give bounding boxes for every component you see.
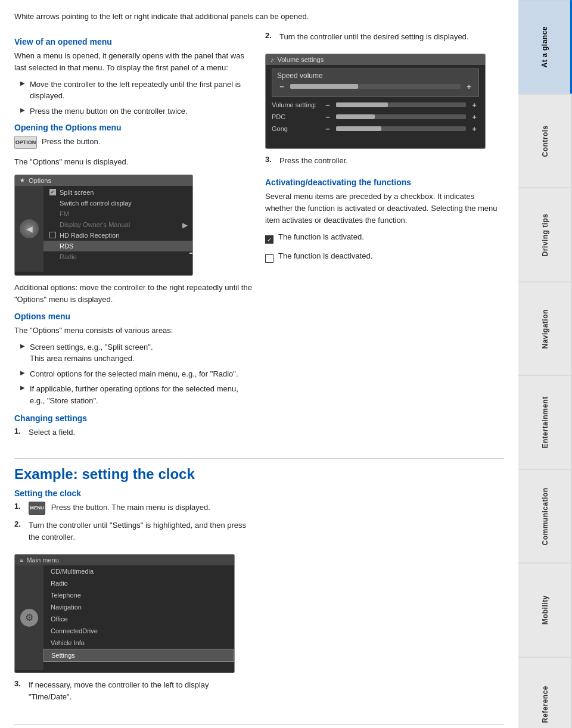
rds-pointer xyxy=(189,253,193,254)
bullet-text-1: Move the controller to the left repeated… xyxy=(30,79,253,102)
options-displayed-text: The "Options" menu is displayed. xyxy=(14,156,253,168)
right-step-2-label: 2. xyxy=(265,31,276,48)
deactivated-line: The function is deactivated. xyxy=(265,250,504,267)
unchecked-checkbox-icon xyxy=(265,254,273,263)
main-menu-title-text: Main menu xyxy=(26,556,58,564)
sub-bullet-2: ▶ Control options for the selected main … xyxy=(20,368,253,380)
options-screen-left-control: ◀ xyxy=(15,186,43,272)
menu-label-radio: Radio xyxy=(60,253,77,260)
bullet-item-1: ▶ Move the controller to the left repeat… xyxy=(20,79,253,102)
sub-bullet-arrow-1: ▶ xyxy=(20,343,25,349)
pdc-plus-icon: + xyxy=(470,113,479,122)
speed-volume-bar-row: − + xyxy=(277,82,474,91)
volume-screen-mockup: ♪ Volume settings Speed volume − + xyxy=(265,54,486,149)
volume-screen-titlebar: ♪ Volume settings xyxy=(266,54,485,65)
sidebar-tab-driving-tips[interactable]: Driving tips xyxy=(518,188,572,282)
example-step-1-label: 1. xyxy=(14,502,25,515)
menu-button-icon: MENU xyxy=(29,502,45,515)
menu-label-rds: RDS xyxy=(60,242,73,250)
options-sub-heading: Options menu xyxy=(14,312,253,321)
sidebar-tab-reference[interactable]: Reference xyxy=(518,657,572,728)
sidebar-tab-mobility[interactable]: Mobility xyxy=(518,563,572,657)
step-1-label: 1. xyxy=(14,427,25,443)
option-button-icon: OPTION xyxy=(14,136,37,149)
main-menu-items: CD/Multimedia Radio Telephone Navigation… xyxy=(43,565,234,670)
sidebar-tab-entertainment[interactable]: Entertainment xyxy=(518,375,572,469)
options-menu-heading: Opening the Options menu xyxy=(14,123,253,132)
section-opened-menu: View of an opened menu When a menu is op… xyxy=(14,37,253,117)
example-two-col: 1. MENU Press the button. The main menu … xyxy=(14,502,504,713)
menu-label-fm: FM xyxy=(60,210,69,217)
pdc-label: PDC xyxy=(272,113,319,120)
volume-setting-label: Volume setting: xyxy=(272,101,319,108)
example-step-1-content: MENU Press the button. The main menu is … xyxy=(29,502,210,515)
right-step-2-text: Turn the controller until the desired se… xyxy=(279,31,468,43)
vol-setting-bar xyxy=(336,102,466,107)
speed-volume-label: Speed volume xyxy=(277,71,474,80)
sidebar-tab-navigation[interactable]: Navigation xyxy=(518,282,572,376)
menu-item-vehicle: Vehicle Info xyxy=(43,637,234,649)
sidebar-tabs: At a glance Controls Driving tips Naviga… xyxy=(518,0,572,728)
options-menu-list: ✓ Split screen Switch off control displa… xyxy=(43,186,192,272)
joystick-control: ◀ xyxy=(20,219,39,238)
bullet-text-2: Press the menu button on the controller … xyxy=(30,105,187,117)
example-step-2: 2. Turn the controller until "Settings" … xyxy=(14,519,253,548)
menu-item-display-owner: Display Owner's Manual xyxy=(43,219,192,230)
activated-line: ✓ The function is activated. xyxy=(265,231,504,248)
section-options-menu: Opening the Options menu OPTION Press th… xyxy=(14,123,253,443)
right-step-3-text: Press the controller. xyxy=(279,155,348,167)
menu-item-hd-radio: HD Radio Reception xyxy=(43,230,192,241)
right-step-3-label: 3. xyxy=(265,155,276,172)
options-screen-title: Options xyxy=(29,177,51,184)
menu-item-radio: Radio xyxy=(43,251,192,262)
options-screen-mockup: ★ Options ◀ ✓ Split xyxy=(14,175,193,276)
left-column: View of an opened menu When a menu is op… xyxy=(14,31,253,449)
sub-bullet-text-3: If applicable, further operating options… xyxy=(30,383,253,406)
right-step-3: 3. Press the controller. xyxy=(265,155,504,172)
pdc-row: PDC − + xyxy=(272,113,479,122)
example-step-3-label: 3. xyxy=(14,679,25,708)
right-step-2: 2. Turn the controller until the desired… xyxy=(265,31,504,48)
deactivated-text: The function is deactivated. xyxy=(278,250,372,262)
menu-label-split-screen: Split screen xyxy=(60,189,94,196)
gear-icon: ⚙ xyxy=(20,609,38,627)
right-column: 2. Turn the controller until the desired… xyxy=(265,31,504,449)
press-button-text: Press the button. xyxy=(42,136,100,148)
two-column-layout: View of an opened menu When a menu is op… xyxy=(14,31,504,449)
speed-volume-box: Speed volume − + xyxy=(272,69,479,97)
changing-settings-heading: Changing settings xyxy=(14,413,253,423)
sub-bullet-text-2: Control options for the selected main me… xyxy=(30,368,238,380)
main-menu-body: ⚙ CD/Multimedia Radio Telephone Navigati… xyxy=(15,565,234,670)
opened-menu-heading: View of an opened menu xyxy=(14,37,253,46)
speed-volume-plus-icon: + xyxy=(464,82,474,91)
sub-bullet-text-1b: This area remains unchanged. xyxy=(30,354,135,363)
activated-text: The function is activated. xyxy=(278,231,364,243)
menu-item-rds: RDS xyxy=(43,241,192,251)
vol-setting-minus-icon: − xyxy=(323,101,332,110)
gong-row: Gong − + xyxy=(272,125,479,133)
example-step-2-label: 2. xyxy=(14,519,25,548)
bullet-item-2: ▶ Press the menu button on the controlle… xyxy=(20,105,253,117)
menu-label-display-owner: Display Owner's Manual xyxy=(60,221,130,228)
sidebar-tab-at-a-glance[interactable]: At a glance xyxy=(518,0,572,94)
option-button-row: OPTION Press the button. xyxy=(14,136,253,153)
sidebar-tab-controls[interactable]: Controls xyxy=(518,94,572,188)
menu-item-cd: CD/Multimedia xyxy=(43,565,234,577)
menu-item-telephone: Telephone xyxy=(43,589,234,601)
options-screen-titlebar: ★ Options xyxy=(15,175,192,186)
sub-bullet-arrow-3: ▶ xyxy=(20,384,25,391)
left-arrow-icon: ◀ xyxy=(26,224,33,234)
activating-body: Several menu items are preceded by a che… xyxy=(265,191,504,226)
main-content: White arrows pointing to the left or rig… xyxy=(0,0,518,728)
sub-bullet-text-1: Screen settings, e.g., "Split screen". xyxy=(30,343,153,351)
gong-minus-icon: − xyxy=(323,125,332,133)
speed-volume-bar xyxy=(290,84,461,89)
gong-label: Gong xyxy=(272,125,319,132)
sub-bullet-1: ▶ Screen settings, e.g., "Split screen".… xyxy=(20,341,253,365)
example-heading: Example: setting the clock xyxy=(14,458,504,483)
pdc-minus-icon: − xyxy=(323,113,332,122)
checked-checkbox-icon: ✓ xyxy=(265,235,273,244)
volume-title-icon: ♪ xyxy=(271,56,274,63)
sidebar-tab-communication[interactable]: Communication xyxy=(518,469,572,564)
example-step-3-text: If necessary, move the controller to the… xyxy=(29,679,253,703)
